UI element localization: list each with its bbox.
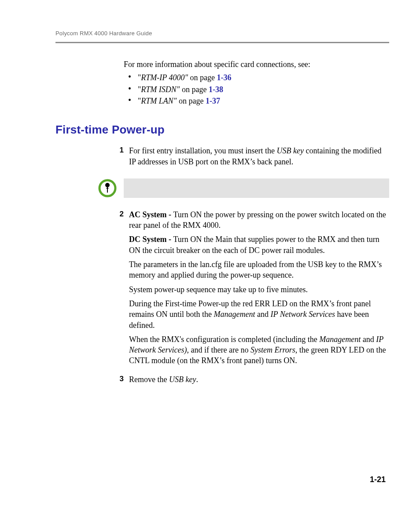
step-number: 2	[113, 209, 129, 219]
text-fragment: and	[361, 335, 376, 344]
note-callout	[98, 178, 389, 198]
text-fragment: For first entry installation, you must i…	[129, 146, 276, 155]
ref-page-link[interactable]: 1-37	[206, 97, 220, 105]
section-heading: First-time Power-up	[55, 122, 389, 137]
header-rule	[55, 42, 389, 43]
step-number: 3	[113, 374, 129, 384]
dc-system-label: DC System -	[129, 235, 173, 244]
ref-item: "RTM ISDN" on page 1-38	[124, 84, 389, 95]
step-1-text: For first entry installation, you must i…	[129, 145, 389, 167]
power-icon	[98, 179, 117, 197]
management-text: Management	[319, 335, 361, 344]
ip-network-services-text: IP Network Services	[270, 310, 335, 319]
step-2-p4: System power-up sequence may take up to …	[129, 284, 389, 295]
ref-title: RTM-IP 4000"	[141, 73, 188, 82]
step-3: 3 Remove the USB key.	[113, 374, 389, 388]
note-box	[124, 178, 389, 198]
step-2-ac: AC System - Turn ON the power by pressin…	[129, 209, 389, 231]
ref-page-link[interactable]: 1-38	[209, 85, 223, 94]
usb-key-text: USB key	[169, 375, 196, 384]
ref-page-link[interactable]: 1-36	[217, 73, 232, 82]
usb-key-text: USB key	[276, 146, 303, 155]
text-fragment: and	[255, 310, 270, 319]
text-fragment: Remove the	[129, 375, 169, 384]
text-fragment: , and if there are no	[187, 346, 250, 354]
ref-mid: on page	[177, 97, 205, 105]
step-2: 2 AC System - Turn ON the power by press…	[113, 209, 389, 370]
step-number: 1	[113, 145, 129, 156]
ref-title: RTM LAN"	[141, 97, 177, 105]
management-text: Management	[214, 310, 255, 319]
text-fragment: .	[196, 375, 198, 384]
svg-point-1	[105, 183, 110, 187]
page-number: 1-21	[370, 475, 386, 484]
ref-title: RTM ISDN"	[141, 85, 180, 94]
ref-item: "RTM-IP 4000" on page 1-36	[124, 72, 389, 83]
step-2-p3: The parameters in the lan.cfg file are u…	[129, 259, 389, 281]
step-2-dc: DC System - Turn ON the Main that suppli…	[129, 234, 389, 256]
running-header: Polycom RMX 4000 Hardware Guide	[55, 30, 389, 37]
step-1: 1 For first entry installation, you must…	[113, 145, 389, 171]
step-2-p5: During the First-time Power-up the red E…	[129, 298, 389, 331]
intro-paragraph: For more information about specific card…	[124, 59, 389, 70]
ref-mid: on page	[180, 85, 208, 94]
ref-mid: on page	[188, 73, 217, 82]
system-errors-text: System Errors	[251, 346, 295, 354]
step-3-text: Remove the USB key.	[129, 374, 389, 385]
ac-system-label: AC System -	[129, 210, 173, 219]
ref-item: "RTM LAN" on page 1-37	[124, 96, 389, 106]
text-fragment: When the RMX's configuration is complete…	[129, 335, 319, 344]
reference-list: "RTM-IP 4000" on page 1-36 "RTM ISDN" on…	[124, 72, 389, 106]
step-2-p6: When the RMX's configuration is complete…	[129, 334, 389, 366]
